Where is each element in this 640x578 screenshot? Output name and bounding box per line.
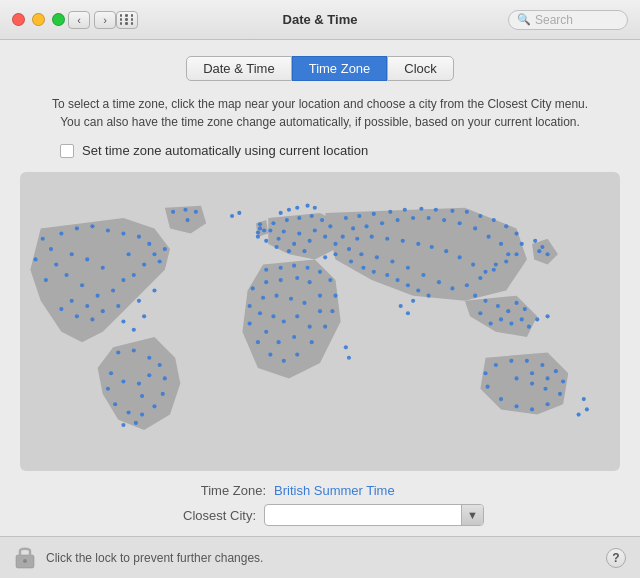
svg-point-148 bbox=[347, 247, 351, 251]
svg-point-146 bbox=[375, 255, 379, 259]
svg-point-124 bbox=[372, 212, 376, 216]
back-button[interactable]: ‹ bbox=[68, 11, 90, 29]
svg-point-19 bbox=[85, 257, 89, 261]
tab-bar: Date & Time Time Zone Clock bbox=[20, 56, 620, 81]
svg-point-195 bbox=[527, 325, 531, 329]
svg-point-34 bbox=[75, 314, 79, 318]
svg-point-128 bbox=[434, 208, 438, 212]
svg-point-80 bbox=[295, 206, 299, 210]
svg-point-143 bbox=[421, 273, 425, 277]
maximize-button[interactable] bbox=[52, 13, 65, 26]
svg-point-165 bbox=[458, 255, 462, 259]
svg-point-70 bbox=[313, 228, 317, 232]
svg-point-7 bbox=[147, 242, 151, 246]
svg-point-45 bbox=[152, 404, 156, 408]
svg-point-13 bbox=[96, 294, 100, 298]
svg-point-152 bbox=[380, 221, 384, 225]
svg-point-103 bbox=[279, 278, 283, 282]
tab-clock[interactable]: Clock bbox=[387, 56, 454, 81]
svg-point-33 bbox=[59, 307, 63, 311]
svg-point-226 bbox=[186, 218, 190, 222]
grid-menu-button[interactable] bbox=[116, 11, 138, 29]
svg-point-205 bbox=[540, 363, 544, 367]
svg-point-78 bbox=[258, 226, 262, 230]
svg-point-74 bbox=[302, 249, 306, 253]
svg-point-209 bbox=[546, 402, 550, 406]
svg-point-168 bbox=[416, 242, 420, 246]
svg-point-4 bbox=[106, 228, 110, 232]
timezone-label: Time Zone: bbox=[166, 483, 266, 498]
svg-point-54 bbox=[140, 394, 144, 398]
help-button[interactable]: ? bbox=[606, 548, 626, 568]
lock-bar-text: Click the lock to prevent further change… bbox=[46, 551, 596, 565]
description-line2: You can also have the time zone change a… bbox=[20, 113, 620, 131]
checkbox-row[interactable]: Set time zone automatically using curren… bbox=[60, 143, 620, 158]
nav-buttons: ‹ › bbox=[68, 11, 116, 29]
svg-point-88 bbox=[306, 266, 310, 270]
forward-button[interactable]: › bbox=[94, 11, 116, 29]
tab-time-zone[interactable]: Time Zone bbox=[292, 56, 388, 81]
svg-point-63 bbox=[323, 235, 327, 239]
svg-point-144 bbox=[406, 266, 410, 270]
svg-point-215 bbox=[514, 376, 518, 380]
svg-point-178 bbox=[406, 283, 410, 287]
svg-point-91 bbox=[333, 294, 337, 298]
world-map[interactable] bbox=[20, 172, 620, 471]
svg-point-108 bbox=[308, 325, 312, 329]
description-line1: To select a time zone, click the map nea… bbox=[20, 95, 620, 113]
svg-point-107 bbox=[318, 309, 322, 313]
svg-point-196 bbox=[535, 317, 539, 321]
svg-point-50 bbox=[109, 371, 113, 375]
dropdown-arrow-button[interactable]: ▼ bbox=[461, 505, 483, 525]
svg-point-18 bbox=[70, 252, 74, 256]
svg-point-171 bbox=[370, 235, 374, 239]
svg-point-95 bbox=[295, 353, 299, 357]
svg-point-36 bbox=[121, 319, 125, 323]
auto-timezone-checkbox[interactable] bbox=[60, 144, 74, 158]
svg-point-179 bbox=[416, 288, 420, 292]
tab-date-time[interactable]: Date & Time bbox=[186, 56, 292, 81]
svg-point-136 bbox=[514, 252, 518, 256]
svg-point-61 bbox=[320, 218, 324, 222]
closest-city-input[interactable] bbox=[265, 505, 461, 525]
svg-point-189 bbox=[523, 307, 527, 311]
svg-point-120 bbox=[344, 345, 348, 349]
svg-point-71 bbox=[333, 242, 337, 246]
svg-point-203 bbox=[509, 359, 513, 363]
svg-point-150 bbox=[351, 226, 355, 230]
search-box[interactable]: 🔍 Search bbox=[508, 10, 628, 30]
svg-point-111 bbox=[264, 330, 268, 334]
closest-city-row: Closest City: ▼ bbox=[20, 504, 620, 526]
svg-point-145 bbox=[390, 259, 394, 263]
svg-point-206 bbox=[554, 369, 558, 373]
svg-point-159 bbox=[487, 235, 491, 239]
svg-point-211 bbox=[514, 404, 518, 408]
svg-point-153 bbox=[396, 218, 400, 222]
closest-city-dropdown[interactable]: ▼ bbox=[264, 504, 484, 526]
svg-point-184 bbox=[473, 294, 477, 298]
svg-point-35 bbox=[90, 317, 94, 321]
svg-point-233 bbox=[23, 559, 27, 563]
svg-point-135 bbox=[520, 242, 524, 246]
svg-point-175 bbox=[372, 270, 376, 274]
world-map-container[interactable] bbox=[20, 172, 620, 471]
svg-point-185 bbox=[483, 299, 487, 303]
svg-point-139 bbox=[478, 276, 482, 280]
svg-point-115 bbox=[289, 297, 293, 301]
svg-point-151 bbox=[364, 224, 368, 228]
svg-point-177 bbox=[396, 278, 400, 282]
svg-point-132 bbox=[492, 218, 496, 222]
close-button[interactable] bbox=[12, 13, 25, 26]
minimize-button[interactable] bbox=[32, 13, 45, 26]
svg-point-29 bbox=[116, 304, 120, 308]
svg-point-84 bbox=[279, 211, 283, 215]
svg-point-15 bbox=[64, 273, 68, 277]
svg-point-106 bbox=[318, 294, 322, 298]
svg-point-218 bbox=[530, 371, 534, 375]
lock-icon[interactable] bbox=[14, 543, 36, 572]
svg-point-137 bbox=[504, 259, 508, 263]
svg-point-160 bbox=[499, 242, 503, 246]
svg-point-133 bbox=[504, 224, 508, 228]
svg-point-62 bbox=[328, 224, 332, 228]
svg-point-96 bbox=[282, 359, 286, 363]
